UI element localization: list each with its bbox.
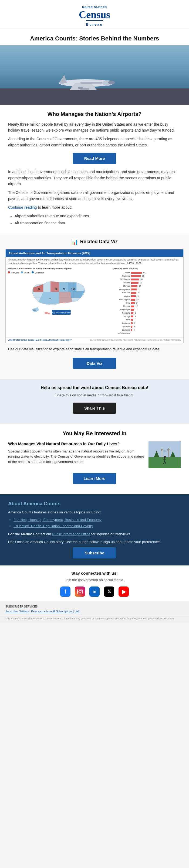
about-heading: About America Counts xyxy=(8,500,181,507)
public-info-link[interactable]: Public Information Office xyxy=(52,532,90,536)
instagram-icon[interactable] xyxy=(75,587,85,597)
read-more-button[interactable]: Read More xyxy=(73,153,116,164)
article-bullets: Airport authorities revenue and expendit… xyxy=(8,213,181,226)
bar-row-ia: Iowa7 xyxy=(113,318,181,321)
bar-row-la2: Louisiana4 xyxy=(113,329,181,332)
viz-description: Air transportation is governed by airpor… xyxy=(6,257,183,265)
svg-point-22 xyxy=(45,312,48,314)
bar-row-ca: California36 xyxy=(113,275,181,278)
subscriber-footer: SUBSCRIBER SERVICES Subscriber Settings … xyxy=(0,601,189,615)
svg-text:72: 72 xyxy=(63,288,65,290)
subscribe-button[interactable]: Subscribe xyxy=(73,548,116,558)
viz-footer: United States Census Bureau | U.S. Censu… xyxy=(6,337,183,343)
svg-point-5 xyxy=(108,81,115,84)
viz-legend: Midwest South Northeast xyxy=(8,271,110,275)
us-map-svg: 94 88 72 155 26 AK Explore Financial xyxy=(8,276,110,319)
card-image xyxy=(148,441,181,468)
logo-bureau: Bureau xyxy=(86,20,103,27)
linkedin-icon[interactable]: in xyxy=(89,587,100,597)
article-heading: Who Manages the Nation's Airports? xyxy=(8,110,181,118)
viz-map-area: Number of Independent Airport Authoritie… xyxy=(8,267,110,335)
svg-point-23 xyxy=(48,313,51,314)
for-media: For the Media: Contact our Public Inform… xyxy=(8,531,181,537)
share-heading: Help us spread the word about Census Bur… xyxy=(8,384,181,391)
bar-row-midwest: Midwest24 xyxy=(113,285,181,288)
bar-row-na: — Not available xyxy=(113,332,181,335)
census-logo-small: United States Census Bureau | U.S. Censu… xyxy=(8,339,72,342)
bar-row-wa2: Washington11 xyxy=(113,308,181,311)
bar-row-ne: Nebraska9 xyxy=(113,312,181,315)
interested-heading: You May Be Interested In xyxy=(8,429,181,437)
legend-item-1: Midwest xyxy=(8,271,19,275)
about-links-list: Families, Housing, Employment, Business … xyxy=(8,517,181,529)
continue-reading-link[interactable]: Continue reading xyxy=(8,205,37,210)
logo-census: Census xyxy=(79,9,110,20)
article-paragraph3: In addition, local governments such as c… xyxy=(8,169,181,187)
card-row: Who Manages Vital Natural Resources in O… xyxy=(8,441,181,468)
continue-suffix: to learn more about: xyxy=(37,205,72,210)
card-text: Who Manages Vital Natural Resources in O… xyxy=(8,441,145,464)
subscriber-settings-link[interactable]: Subscriber Settings xyxy=(5,610,29,613)
subscribe-text: Don't miss an America Counts story! Use … xyxy=(8,539,181,545)
subscriber-links: Subscriber Settings | Remove me from All… xyxy=(5,610,184,614)
bar-row-md: Maryland5 xyxy=(113,325,181,328)
viz-content: Number of Independent Airport Authoritie… xyxy=(6,265,183,337)
data-viz-heading: Related Data Viz xyxy=(80,238,118,245)
svg-text:Explore Financial data: Explore Financial data xyxy=(52,312,71,314)
about-link-1[interactable]: Families, Housing, Employment, Business … xyxy=(14,517,181,523)
bullet-item-1: Airport authorities revenue and expendit… xyxy=(15,213,181,219)
bar-row-ga: Georgia8 xyxy=(113,315,181,318)
share-this-button[interactable]: Share This xyxy=(73,403,116,414)
left-label: Number of Independent Airport Authoritie… xyxy=(8,267,110,270)
viz-body-text: Use our data visualization to explore ea… xyxy=(5,343,184,353)
chart-icon: 📊 xyxy=(71,238,78,246)
help-link[interactable]: Help xyxy=(75,610,80,613)
airplane-icon xyxy=(43,69,129,94)
bar-row-mo: Missouri12 xyxy=(113,305,181,308)
bullet-item-2: Air transportation finance data xyxy=(15,220,181,226)
social-subtext: Join the conversation on social media. xyxy=(5,577,184,583)
learn-more-button[interactable]: Learn More xyxy=(73,473,116,484)
data-viz-button[interactable]: Data Viz xyxy=(73,358,116,369)
subscriber-title: SUBSCRIBER SERVICES xyxy=(5,604,184,609)
hero-image-content xyxy=(0,45,189,104)
svg-rect-26 xyxy=(148,441,181,457)
svg-point-41 xyxy=(81,590,82,591)
svg-text:94: 94 xyxy=(37,288,40,290)
share-section: Help us spread the word about Census Bur… xyxy=(0,379,189,424)
interested-section: You May Be Interested In Who Manages Vit… xyxy=(0,424,189,494)
youtube-icon[interactable]: ▶ xyxy=(118,587,129,597)
disclaimer-text: This is an official email from the U.S. … xyxy=(5,617,174,620)
about-heading-plain: About xyxy=(8,501,23,506)
svg-point-34 xyxy=(164,456,166,458)
svg-rect-39 xyxy=(78,589,82,594)
facebook-icon[interactable]: f xyxy=(60,587,71,597)
article-paragraph4: The Census of Governments gathers data o… xyxy=(8,190,181,202)
bar-row-va: Virginia18 xyxy=(113,295,181,298)
bar-row-oh: Ohio14 xyxy=(113,302,181,305)
article-paragraph1: Nearly three million people travel by ai… xyxy=(8,121,181,133)
email-wrapper: United States® Census Bureau America Cou… xyxy=(0,0,189,623)
bar-row-wa: Washington30 xyxy=(113,278,181,281)
viz-bar-area: Count by State: All (435) Alaska40 Calif… xyxy=(113,267,181,335)
about-heading-highlight: America Counts xyxy=(23,501,60,506)
legend-item-2: South xyxy=(21,271,29,275)
viz-box: Airport Authorities and Air Transportati… xyxy=(5,249,184,344)
svg-point-9 xyxy=(78,87,83,89)
social-section: Stay connected with us! Join the convers… xyxy=(0,565,189,601)
x-twitter-icon[interactable]: 𝕏 xyxy=(104,587,114,597)
social-icons: f in 𝕏 ▶ xyxy=(5,587,184,597)
about-link-2[interactable]: Education, Health, Population, Income an… xyxy=(14,523,181,529)
share-subtext: Share this on social media or forward it… xyxy=(8,393,181,398)
bar-row-ny: New York20 xyxy=(113,291,181,294)
data-viz-section: 📊 Related Data Viz Airport Authorities a… xyxy=(0,234,189,379)
remove-subscriptions-link[interactable]: Remove me from All Subscriptions xyxy=(31,610,72,613)
bar-row-wv: West Virginia16 xyxy=(113,298,181,301)
hero-image xyxy=(0,45,189,104)
svg-text:AK: AK xyxy=(33,309,36,311)
svg-text:26: 26 xyxy=(49,298,51,300)
card-subheading: Who Manages Vital Natural Resources in O… xyxy=(8,441,145,446)
right-label: Count by State: All (435) xyxy=(113,267,181,270)
header: United States® Census Bureau xyxy=(0,0,189,30)
about-section: About America Counts America Counts feat… xyxy=(0,494,189,565)
